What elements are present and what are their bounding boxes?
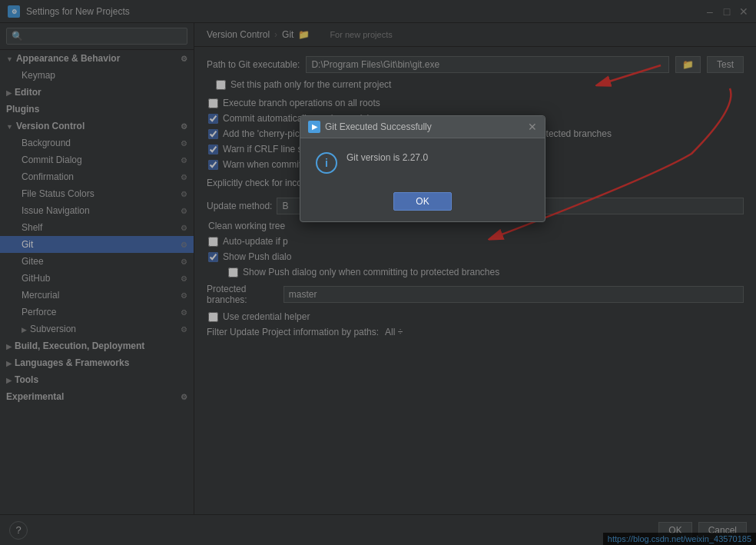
dialog-title-text: Git Executed Successfully	[325, 121, 528, 132]
git-success-dialog: ▶ Git Executed Successfully ✕ i Git vers…	[300, 115, 545, 222]
info-icon: i	[316, 152, 337, 174]
dialog-overlay: ▶ Git Executed Successfully ✕ i Git vers…	[0, 0, 756, 545]
dialog-message: Git version is 2.27.0	[346, 151, 428, 164]
dialog-title-icon: ▶	[308, 121, 320, 133]
dialog-title-bar: ▶ Git Executed Successfully ✕	[300, 116, 545, 138]
dialog-close-btn[interactable]: ✕	[528, 121, 537, 133]
dialog-footer: OK	[300, 186, 545, 221]
dialog-ok-button[interactable]: OK	[393, 192, 451, 211]
dialog-body: i Git version is 2.27.0	[300, 138, 545, 186]
